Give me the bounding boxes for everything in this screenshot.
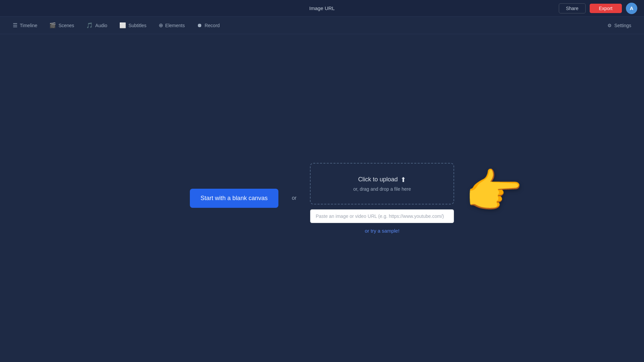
main-content: Start with a blank canvas or Click to up… xyxy=(0,34,644,362)
hand-pointing-emoji: 👉 xyxy=(465,164,523,219)
nav-item-scenes[interactable]: 🎬 Scenes xyxy=(45,20,79,31)
record-icon: ⏺ xyxy=(197,22,202,28)
nav-label-audio: Audio xyxy=(95,23,107,28)
nav-item-record[interactable]: ⏺ Record xyxy=(192,20,224,31)
try-sample-link[interactable]: or try a sample! xyxy=(310,228,454,234)
url-input[interactable] xyxy=(310,209,454,223)
settings-item[interactable]: ⚙ Settings xyxy=(603,21,636,30)
upload-icon: ⬆ xyxy=(400,176,406,184)
subtitles-icon: ⬜ xyxy=(119,22,126,28)
avatar[interactable]: A xyxy=(626,3,637,14)
upload-dropzone[interactable]: Click to upload ⬆ or, drag and drop a fi… xyxy=(310,163,454,204)
elements-icon: ⊕ xyxy=(159,22,163,28)
nav-label-subtitles: Subtitles xyxy=(128,23,147,28)
nav-item-audio[interactable]: 🎵 Audio xyxy=(82,20,112,31)
share-button[interactable]: Share xyxy=(559,3,585,13)
timeline-icon: ☰ xyxy=(13,22,17,28)
scenes-icon: 🎬 xyxy=(49,22,56,28)
audio-icon: 🎵 xyxy=(86,22,93,28)
top-bar: Image URL Share Export A xyxy=(0,0,644,17)
nav-bar: ☰ Timeline 🎬 Scenes 🎵 Audio ⬜ Subtitles … xyxy=(0,17,644,34)
nav-item-timeline[interactable]: ☰ Timeline xyxy=(8,20,42,31)
page-title: Image URL xyxy=(309,5,335,11)
upload-title-text: Click to upload xyxy=(358,176,398,183)
nav-label-elements: Elements xyxy=(165,23,185,28)
settings-label: Settings xyxy=(614,23,631,28)
upload-subtitle: or, drag and drop a file here xyxy=(353,186,411,192)
or-separator: or xyxy=(292,195,297,201)
upload-section: Click to upload ⬆ or, drag and drop a fi… xyxy=(310,163,454,234)
nav-label-record: Record xyxy=(205,23,220,28)
nav-label-timeline: Timeline xyxy=(20,23,37,28)
nav-item-elements[interactable]: ⊕ Elements xyxy=(154,20,190,31)
nav-label-scenes: Scenes xyxy=(58,23,74,28)
blank-canvas-button[interactable]: Start with a blank canvas xyxy=(190,189,278,208)
top-bar-right: Share Export A xyxy=(559,3,637,14)
center-area: Start with a blank canvas or Click to up… xyxy=(190,163,454,234)
nav-item-subtitles[interactable]: ⬜ Subtitles xyxy=(115,20,151,31)
export-button[interactable]: Export xyxy=(590,4,622,13)
settings-icon: ⚙ xyxy=(607,23,612,28)
upload-title: Click to upload ⬆ xyxy=(358,176,406,184)
